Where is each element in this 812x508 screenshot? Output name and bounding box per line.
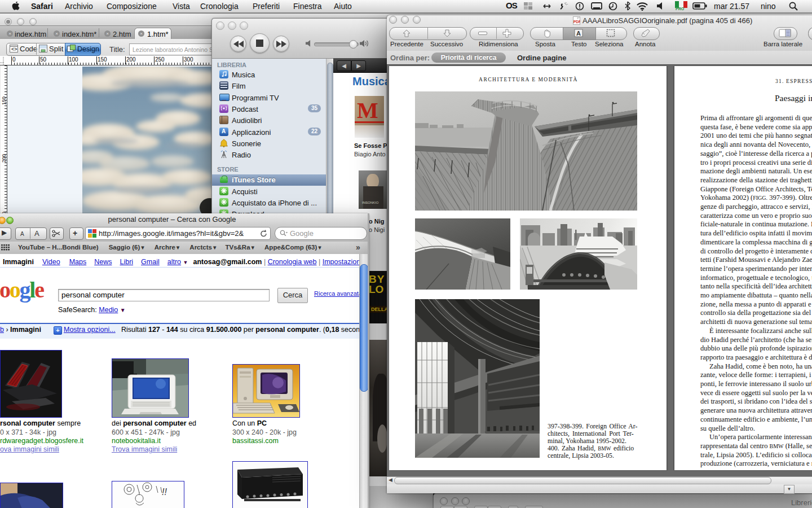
svg-text:!!: !! (162, 487, 167, 497)
svg-text:<>: <> (11, 46, 17, 52)
svg-text:PDF: PDF (573, 20, 580, 24)
svg-text:A: A (576, 30, 581, 37)
